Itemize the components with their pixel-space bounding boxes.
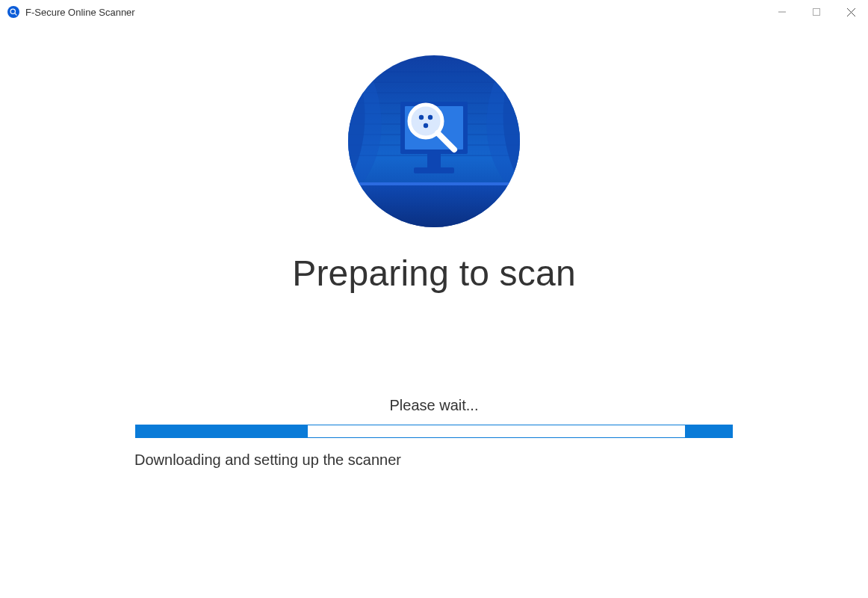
svg-rect-17 [348, 184, 520, 227]
close-button[interactable] [834, 0, 868, 24]
svg-point-27 [424, 123, 428, 128]
svg-rect-21 [427, 154, 441, 167]
window-title: F-Secure Online Scanner [25, 7, 135, 18]
window-controls [765, 0, 868, 24]
titlebar-left: F-Secure Online Scanner [7, 6, 135, 18]
svg-rect-3 [813, 9, 820, 16]
svg-rect-18 [348, 182, 520, 185]
main-content: Preparing to scan Please wait... Downloa… [0, 24, 868, 598]
progress-segment-right [685, 425, 733, 437]
titlebar: F-Secure Online Scanner [0, 0, 868, 24]
svg-rect-22 [414, 167, 454, 173]
progress-track [136, 425, 732, 437]
svg-point-26 [428, 115, 433, 120]
wait-text: Please wait... [390, 397, 479, 414]
maximize-button[interactable] [799, 0, 834, 24]
status-text: Downloading and setting up the scanner [134, 451, 401, 469]
app-logo-icon [7, 6, 19, 18]
scan-illustration-icon [348, 55, 520, 227]
progress-bar [135, 425, 733, 438]
progress-segment-left [135, 425, 308, 437]
page-heading: Preparing to scan [292, 253, 576, 294]
minimize-button[interactable] [765, 0, 799, 24]
svg-line-1 [15, 13, 16, 15]
svg-point-25 [419, 115, 424, 120]
